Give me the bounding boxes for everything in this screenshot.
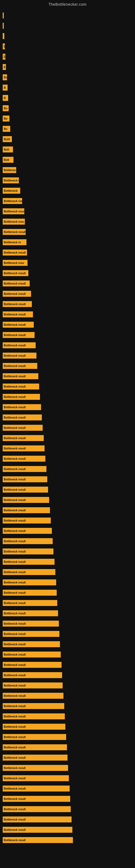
bar-row: Bottleneck result xyxy=(3,783,132,794)
bar-row: Bo xyxy=(3,124,132,134)
bar: Bottleneck result xyxy=(3,332,35,338)
bar-row: Bottleneck result xyxy=(3,371,132,381)
bar: Bottleneck result xyxy=(3,559,54,565)
bar-row: B xyxy=(3,93,132,103)
bar: Bottleneck result xyxy=(3,497,49,503)
bar-row: Bottleneck result xyxy=(3,330,132,340)
bar-row: Bottleneck result xyxy=(3,680,132,691)
bar: Bottleneck re xyxy=(3,239,27,245)
bar: Bo xyxy=(3,105,9,111)
bar: E xyxy=(3,54,5,60)
bar: Bottleneck result xyxy=(3,301,32,307)
bar: Bottleneck result xyxy=(3,404,41,410)
bar-row: Bottleneck result xyxy=(3,443,132,454)
bar: Bottleneck res xyxy=(3,177,19,183)
bar: Bottleneck result xyxy=(3,394,40,400)
bar: Bottl xyxy=(3,136,12,142)
bar-row xyxy=(3,21,132,31)
bar-row: Bottl xyxy=(3,134,132,144)
bar-row: Bottleneck result xyxy=(3,732,132,742)
bar: Bottleneck result xyxy=(3,528,52,534)
bar: Bottleneck result xyxy=(3,311,33,317)
bar-row: Bottleneck result xyxy=(3,536,132,546)
bar-row: Bottleneck result xyxy=(3,361,132,371)
bar: Bottleneck result xyxy=(3,641,60,647)
bar: Bottleneck result xyxy=(3,631,59,637)
bar: Bottleneck result xyxy=(3,250,27,255)
bar-row: Bottleneck result xyxy=(3,474,132,485)
bar: Bottleneck result xyxy=(3,610,58,616)
bar-row: Bottleneck result xyxy=(3,289,132,299)
bar-row: E xyxy=(3,62,132,72)
bar-row: Bottleneck result xyxy=(3,721,132,732)
bar: Bottleneck result xyxy=(3,827,72,833)
bar-row: Bottleneck result xyxy=(3,278,132,289)
bar-row: Bottleneck resu xyxy=(3,196,132,206)
bar: Bottleneck result xyxy=(3,280,30,286)
bar: Bottleneck result xyxy=(3,487,48,493)
bar: Bottleneck result xyxy=(3,806,71,812)
bar-row: Bottleneck result xyxy=(3,454,132,464)
bar-row: Bottleneck result xyxy=(3,268,132,278)
bar-row: Bottleneck result xyxy=(3,526,132,536)
bar: Bottleneck result xyxy=(3,507,50,513)
bar: Bottleneck result xyxy=(3,291,31,297)
bar xyxy=(3,23,4,29)
bar: Bottleneck result xyxy=(3,445,45,452)
bar-row: Bott xyxy=(3,144,132,155)
bar-row: B xyxy=(3,83,132,93)
bar-row: Bottleneck result xyxy=(3,752,132,763)
bar-row: Bottleneck result xyxy=(3,660,132,670)
bar: B xyxy=(3,85,8,91)
bar: Bottleneck result xyxy=(3,383,39,390)
bar-row: Bottleneck result xyxy=(3,588,132,598)
bar-row: Bottleneck result xyxy=(3,711,132,721)
bar: Bottleneck result xyxy=(3,569,55,575)
bar: Bottleneck resu xyxy=(3,198,22,204)
bar: Bottleneck result xyxy=(3,456,45,462)
bar-row: Bottleneck result xyxy=(3,649,132,660)
chart-area: EEEBoBBBoBoBoBottlBottBottBottlenecBottl… xyxy=(0,8,135,848)
bar: Bottleneck result xyxy=(3,755,68,761)
bar-row: Bottleneck result xyxy=(3,670,132,680)
bar xyxy=(3,33,4,39)
bar: E xyxy=(3,43,5,50)
bar-row: Bottleneck result xyxy=(3,691,132,701)
bar-row: Bottleneck result xyxy=(3,423,132,433)
bar-row: Bottleneck result xyxy=(3,350,132,361)
bar-row: Bottleneck result xyxy=(3,516,132,526)
bar-row: Bottleneck result xyxy=(3,546,132,557)
bar-row: Bottleneck result xyxy=(3,247,132,258)
bar-row: Bottleneck result xyxy=(3,814,132,825)
bar-row xyxy=(3,10,132,21)
bar-row: Bottleneck xyxy=(3,186,132,196)
bar: Bottleneck result xyxy=(3,373,38,379)
bar-row: E xyxy=(3,52,132,62)
bar-row: Bottleneck result xyxy=(3,557,132,567)
bar-row: Bottleneck result xyxy=(3,319,132,330)
bar: Bottleneck result xyxy=(3,693,63,699)
bar: Bottleneck result xyxy=(3,425,43,431)
bar-row: Bott xyxy=(3,155,132,165)
bar: Bottleneck result xyxy=(3,734,66,740)
bar-row: Bottleneck result xyxy=(3,340,132,350)
bar-row: Bottlenec xyxy=(3,165,132,175)
bar: Bo xyxy=(3,74,7,80)
bar-row: Bottleneck result xyxy=(3,773,132,783)
bar-row: Bottleneck result xyxy=(3,299,132,309)
bar-row: Bottleneck result xyxy=(3,495,132,505)
bar: Bottleneck result xyxy=(3,662,61,668)
bar-row: Bottleneck result xyxy=(3,567,132,577)
bar: Bottleneck result xyxy=(3,229,26,235)
bar: Bottleneck result xyxy=(3,796,70,802)
bar-row: Bottleneck result xyxy=(3,309,132,319)
bar-row: Bottleneck result xyxy=(3,629,132,639)
bar: Bottleneck result xyxy=(3,837,73,843)
bar: Bottleneck result xyxy=(3,652,61,657)
bar: Bottleneck result xyxy=(3,208,24,214)
bar-row: Bottleneck result xyxy=(3,825,132,835)
bar-row: Bottleneck re xyxy=(3,237,132,247)
bar: Bott xyxy=(3,147,13,152)
bar-row: Bottleneck result xyxy=(3,412,132,423)
bar-row: Bottleneck result xyxy=(3,608,132,618)
